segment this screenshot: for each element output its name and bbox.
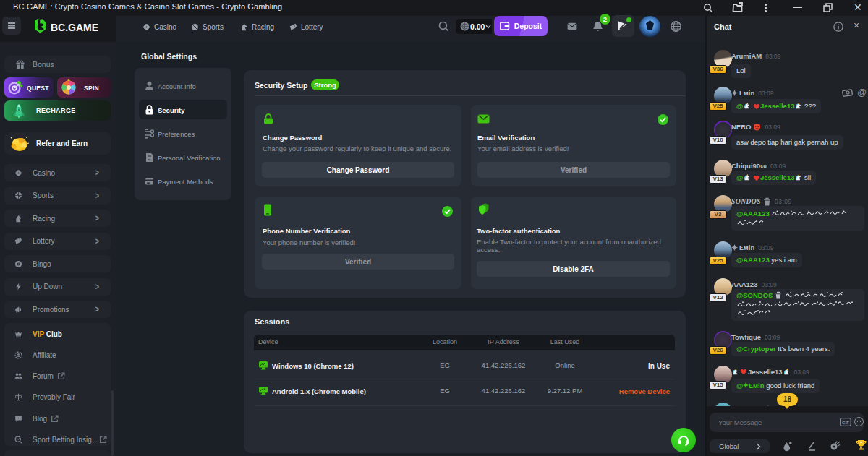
svg-text:GIF: GIF: [842, 421, 849, 425]
